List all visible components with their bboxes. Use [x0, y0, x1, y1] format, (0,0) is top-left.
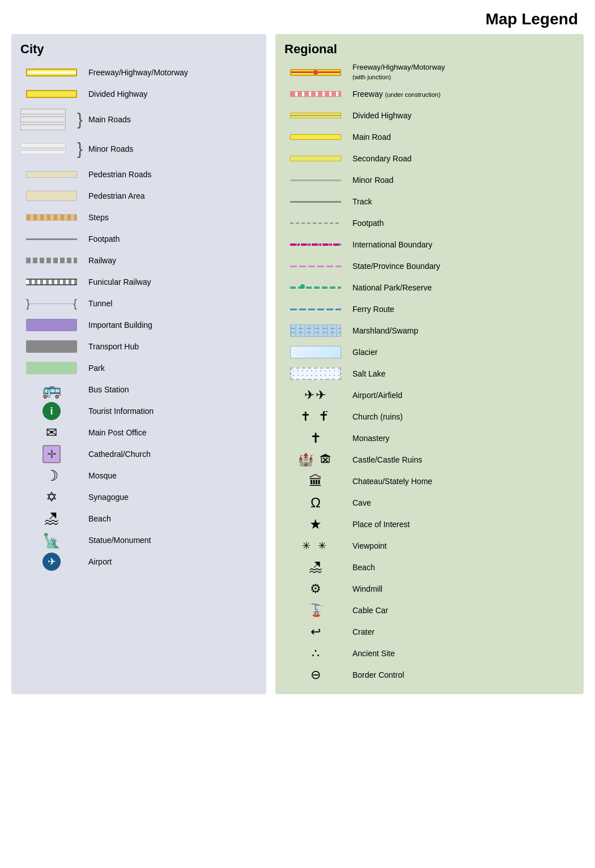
list-item: ✝ ✝̈ Church (ruins) — [284, 407, 575, 427]
list-item: Freeway/Highway/Motorway(with junction) — [284, 62, 575, 83]
list-item: Freeway (under construction) — [284, 84, 575, 104]
list-item: 🏰 🏚 Castle/Castle Ruins — [284, 450, 575, 470]
list-item: Steps — [20, 207, 257, 228]
list-item: Ferry Route — [284, 299, 575, 319]
list-item: ↩ Crater — [284, 622, 575, 642]
list-item: 🏖 Beach — [20, 508, 257, 529]
list-item: Secondary Road — [284, 148, 575, 169]
city-panel: City Freeway/Highway/Motorway Divided Hi… — [11, 34, 266, 694]
list-item: ✡ Synagogue — [20, 487, 257, 507]
page-title: Map Legend — [0, 0, 595, 34]
list-item: Park — [20, 358, 257, 378]
list-item: Important Building — [20, 315, 257, 335]
list-item: National Park/Reserve — [284, 277, 575, 298]
list-item: ✈✈ Airport/Airfield — [284, 385, 575, 405]
list-item: i Tourist Information — [20, 401, 257, 421]
list-item: Main Road — [284, 127, 575, 147]
list-item: 🗽 Statue/Monument — [20, 530, 257, 550]
list-item: ★ Place of Interest — [284, 514, 575, 535]
list-item: Funicular Railway — [20, 272, 257, 292]
list-item: ☽ Mosque — [20, 465, 257, 486]
list-item: ∴ Ancient Site — [284, 643, 575, 664]
list-item: Freeway/Highway/Motorway — [20, 62, 257, 83]
list-item: Glacier — [284, 342, 575, 362]
list-item: 🚡 Cable Car — [284, 600, 575, 621]
list-item: Salt Lake — [284, 364, 575, 384]
list-item: ✛ Cathedral/Church — [20, 444, 257, 464]
regional-panel: Regional Freeway/Highway/Motorway(with j… — [275, 34, 584, 694]
list-item: } Main Roads — [20, 105, 257, 134]
list-item: Marshland/Swamp — [284, 320, 575, 341]
list-item: Footpath — [284, 213, 575, 233]
city-heading: City — [20, 42, 257, 57]
list-item: Divided Highway — [284, 105, 575, 126]
list-item: Pedestrian Area — [20, 186, 257, 206]
list-item: Railway — [20, 250, 257, 271]
list-item: Footpath — [20, 229, 257, 249]
list-item: ✈ Airport — [20, 551, 257, 572]
list-item: 🏛 Chateau/Stately Home — [284, 471, 575, 491]
list-item: 🏖 Beach — [284, 557, 575, 578]
list-item: Minor Road — [284, 170, 575, 190]
list-item: ✳ ✳ Viewpoint — [284, 536, 575, 556]
list-item: } Minor Roads — [20, 135, 257, 163]
regional-heading: Regional — [284, 42, 575, 57]
list-item: ⊖ Border Control — [284, 665, 575, 685]
list-item: State/Province Boundary — [284, 256, 575, 276]
list-item: Track — [284, 191, 575, 212]
list-item: Ω Cave — [284, 493, 575, 513]
list-item: } { Tunnel — [20, 293, 257, 314]
list-item: 🚌 Bus Station — [20, 379, 257, 400]
list-item: Pedestrian Roads — [20, 164, 257, 185]
list-item: International Boundary — [284, 234, 575, 255]
list-item: Divided Highway — [20, 84, 257, 104]
list-item: Transport Hub — [20, 336, 257, 357]
list-item: ⚙ Windmill — [284, 579, 575, 599]
list-item: ✉ Main Post Office — [20, 422, 257, 443]
list-item: ✝ Monastery — [284, 428, 575, 448]
